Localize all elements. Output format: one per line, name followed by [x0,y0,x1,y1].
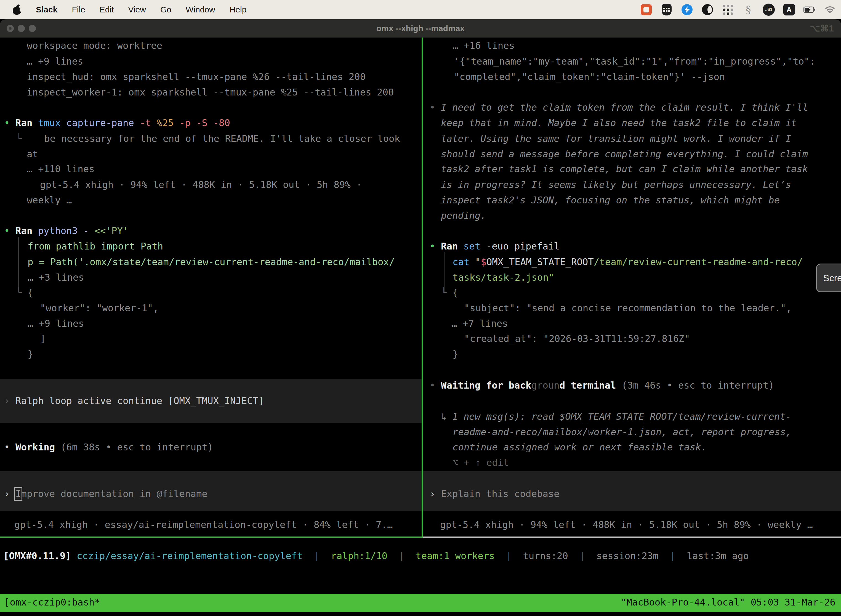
thinking-line: inspect task2's JSON, focusing on the st… [441,194,780,207]
ran-set-command: • Ran set -euo pipefail [429,239,560,253]
battery-icon[interactable] [803,4,816,16]
pane-divider[interactable] [422,38,423,538]
screen: Slack FileEditViewGoWindowHelp § ..61 A … [0,0,841,616]
ran-tmux-capture-command: • Ran tmux capture-pane -t %25 -p -S -80 [4,116,230,130]
tmux-session-label: [omx-cczip0:bash* [4,595,100,609]
model-statusline-left: gpt-5.4 xhigh · essay/ai-reimplementatio… [14,518,393,532]
macos-menubar: Slack FileEditViewGoWindowHelp § ..61 A [0,0,841,19]
thinking-line: later. Using the same for transition mig… [441,132,791,146]
menu-item-go[interactable]: Go [160,5,171,14]
output-line: } [28,348,33,361]
apple-icon[interactable] [13,5,22,15]
working-status: • Working (6m 38s • esc to interrupt) [4,440,213,454]
thinking-line: keep that in mind. Maybe I also need the… [441,116,797,130]
omx-statusline: [OMX#0.11.9] cczip/essay/ai-reimplementa… [3,549,749,563]
menu-item-edit[interactable]: Edit [100,5,114,14]
menu-item-view[interactable]: View [128,5,146,14]
indent-guide [18,237,19,292]
output-line: └ { [441,286,458,300]
left-pane-border [0,537,422,538]
chat-app-icon[interactable] [640,4,652,16]
dot-grid-icon[interactable] [722,4,734,16]
prompt-placeholder-right: › Explain this codebase [429,487,560,501]
shield-icon[interactable] [661,4,673,16]
code-line: from pathlib import Path [28,239,163,253]
new-message-line: readme-and-reco/mailbox/worker-1.json, a… [453,425,791,439]
collapsed-lines: … +9 lines [28,317,84,331]
collapsed-lines: … +110 lines [27,162,95,176]
right-pane-border [423,537,841,538]
output-line: └ be necessary for the end of the README… [16,132,400,146]
waiting-status: • Waiting for background terminal (3m 46… [429,378,774,392]
menu-items: FileEditViewGoWindowHelp [72,5,246,14]
output-line: "subject": "send a concise recommendatio… [464,301,792,315]
menu-item-help[interactable]: Help [230,5,247,14]
window-titlebar[interactable]: omx --xhigh --madmax ⌥⌘1 [0,19,841,38]
model-statusline-right: gpt-5.4 xhigh · 94% left · 488K in · 5.1… [440,518,813,532]
code-line: cat "$OMX_TEAM_STATE_ROOT/team/review-cu… [453,255,803,269]
edit-hint: ⌥ + ↑ edit [453,456,509,470]
output-line: └ { [16,286,33,300]
collapsed-lines: … +9 lines [27,55,84,69]
tmux-host-clock: "MacBook-Pro-44.local" 05:03 31-Mar-26 [621,595,835,609]
output-line: inspect_hud: omx sparkshell --tmux-pane … [27,70,366,84]
output-line: workspace_mode: worktree [27,39,162,53]
thinking-line: • I need to get the claim token from the… [429,101,808,114]
thinking-line: is in progress? It seems likely but perh… [441,178,791,192]
menu-item-window[interactable]: Window [186,5,215,14]
window-shortcut-badge: ⌥⌘1 [810,19,834,38]
count-badge-icon[interactable]: ..61 [763,4,775,16]
thinking-line: should send a message before completing … [441,147,808,161]
squiggle-icon[interactable]: § [742,4,755,16]
menubar-menus: Slack FileEditViewGoWindowHelp [0,5,246,15]
ralph-loop-notice: › Ralph loop active continue [OMX_TMUX_I… [4,394,264,408]
collapsed-lines: … +3 lines [28,271,84,285]
code-line: tasks/task-2.json" [453,271,554,285]
input-source-icon[interactable]: A [783,4,795,16]
thinking-line: pending. [441,209,486,223]
prompt-placeholder-left: › Improve documentation in @filename [4,487,208,501]
collapsed-lines: … +16 lines [453,39,514,53]
output-line: inspect_worker-1: omx sparkshell --tmux-… [27,85,394,99]
terminal-window: omx --xhigh --madmax ⌥⌘1 Scre workspace_… [0,19,841,616]
output-line: } [453,348,458,361]
output-line: ] [40,332,45,346]
menu-item-file[interactable]: File [72,5,85,14]
window-title: omx --xhigh --madmax [0,19,841,38]
output-line: "completed","claim_token":"claim-token"}… [454,70,725,84]
terminal-content[interactable]: Scre workspace_mode: worktree… +9 linesi… [0,38,841,616]
output-line: "worker": "worker-1", [40,301,159,315]
blue-bolt-icon[interactable] [681,4,693,16]
menu-app-name[interactable]: Slack [36,5,57,14]
ran-python-command: • Ran python3 - <<'PY' [4,224,128,238]
menubar-status-icons: § ..61 A [640,4,841,16]
output-line: gpt-5.4 xhigh · 94% left · 488K in · 5.1… [40,178,362,192]
output-line: "created_at": "2026-03-31T11:59:27.816Z" [464,332,690,346]
code-line: p = Path('.omx/state/team/review-current… [28,255,395,269]
new-message-line: continue assigned work or next feasible … [453,440,707,454]
new-message-line: ↳ 1 new msg(s): read $OMX_TEAM_STATE_ROO… [441,410,791,424]
output-line: '{"team_name":"my-team","task_id":"1","f… [454,55,815,69]
screen-share-overlay[interactable]: Scre [816,264,841,292]
output-line: at [27,147,38,161]
wifi-icon[interactable] [824,4,836,16]
collapsed-lines: … +7 lines [451,317,508,331]
dark-disc-icon[interactable] [701,4,714,16]
thinking-line: task2 after task1 is complete, but can I… [441,162,808,176]
output-line: weekly … [27,194,72,207]
